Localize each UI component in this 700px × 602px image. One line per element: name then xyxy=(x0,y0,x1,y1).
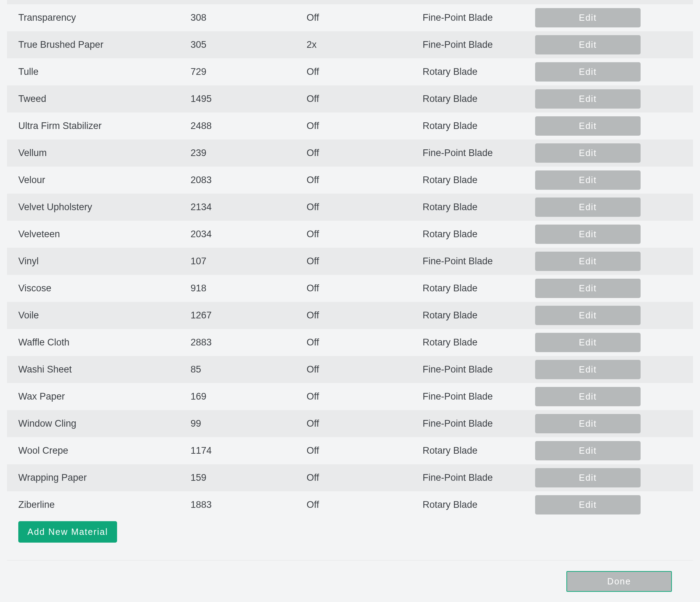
edit-button[interactable]: Edit xyxy=(535,198,641,217)
material-name: Ziberline xyxy=(18,499,191,510)
material-pressure: 308 xyxy=(191,12,307,23)
material-name: Washi Sheet xyxy=(18,364,191,375)
edit-button[interactable]: Edit xyxy=(535,35,641,54)
materials-table: Transparency308OffFine-Point BladeEditTr… xyxy=(7,4,693,518)
edit-button[interactable]: Edit xyxy=(535,143,641,163)
table-row: Washi Sheet85OffFine-Point BladeEdit xyxy=(7,356,693,383)
material-multicut: Off xyxy=(307,12,423,23)
material-name: Tweed xyxy=(18,93,191,104)
edit-button[interactable]: Edit xyxy=(535,387,641,406)
material-pressure: 2034 xyxy=(191,229,307,240)
material-blade: Rotary Blade xyxy=(423,499,535,510)
material-blade: Rotary Blade xyxy=(423,175,535,186)
table-row: Transparency308OffFine-Point BladeEdit xyxy=(7,4,693,31)
partial-row-cutoff xyxy=(7,0,693,4)
material-blade: Fine-Point Blade xyxy=(423,12,535,23)
edit-button[interactable]: Edit xyxy=(535,333,641,352)
edit-button[interactable]: Edit xyxy=(535,116,641,136)
material-blade: Fine-Point Blade xyxy=(423,39,535,50)
edit-button[interactable]: Edit xyxy=(535,225,641,244)
material-multicut: Off xyxy=(307,93,423,104)
material-pressure: 305 xyxy=(191,39,307,50)
edit-button[interactable]: Edit xyxy=(535,495,641,514)
material-pressure: 239 xyxy=(191,148,307,158)
material-multicut: Off xyxy=(307,364,423,375)
edit-button[interactable]: Edit xyxy=(535,414,641,433)
material-blade: Fine-Point Blade xyxy=(423,364,535,375)
edit-button[interactable]: Edit xyxy=(535,252,641,271)
material-blade: Rotary Blade xyxy=(423,66,535,77)
table-row: Velveteen2034OffRotary BladeEdit xyxy=(7,221,693,248)
material-multicut: Off xyxy=(307,337,423,348)
material-multicut: Off xyxy=(307,310,423,321)
material-pressure: 169 xyxy=(191,391,307,402)
material-blade: Fine-Point Blade xyxy=(423,256,535,267)
material-blade: Rotary Blade xyxy=(423,121,535,131)
material-multicut: Off xyxy=(307,445,423,456)
material-multicut: Off xyxy=(307,229,423,240)
material-pressure: 729 xyxy=(191,66,307,77)
material-name: Wool Crepe xyxy=(18,445,191,456)
material-name: Viscose xyxy=(18,283,191,294)
material-pressure: 107 xyxy=(191,256,307,267)
material-pressure: 159 xyxy=(191,472,307,483)
material-name: Velour xyxy=(18,175,191,186)
table-row: Waffle Cloth2883OffRotary BladeEdit xyxy=(7,329,693,356)
material-multicut: Off xyxy=(307,418,423,429)
material-pressure: 1883 xyxy=(191,499,307,510)
material-name: True Brushed Paper xyxy=(18,39,191,50)
material-pressure: 2488 xyxy=(191,121,307,131)
edit-button[interactable]: Edit xyxy=(535,468,641,487)
material-pressure: 2083 xyxy=(191,175,307,186)
table-row: Tweed1495OffRotary BladeEdit xyxy=(7,85,693,112)
material-blade: Rotary Blade xyxy=(423,202,535,213)
material-multicut: Off xyxy=(307,148,423,158)
material-blade: Fine-Point Blade xyxy=(423,391,535,402)
table-row: Voile1267OffRotary BladeEdit xyxy=(7,302,693,329)
table-row: Wool Crepe1174OffRotary BladeEdit xyxy=(7,437,693,464)
material-multicut: Off xyxy=(307,391,423,402)
edit-button[interactable]: Edit xyxy=(535,89,641,109)
material-multicut: Off xyxy=(307,472,423,483)
table-row: Wrapping Paper159OffFine-Point BladeEdit xyxy=(7,464,693,491)
table-row: Velour2083OffRotary BladeEdit xyxy=(7,167,693,194)
footer: Done xyxy=(7,571,693,592)
edit-button[interactable]: Edit xyxy=(535,279,641,298)
edit-button[interactable]: Edit xyxy=(535,8,641,27)
material-pressure: 1495 xyxy=(191,93,307,104)
done-button[interactable]: Done xyxy=(566,571,672,592)
material-multicut: Off xyxy=(307,66,423,77)
material-multicut: Off xyxy=(307,499,423,510)
material-blade: Rotary Blade xyxy=(423,229,535,240)
table-row: True Brushed Paper3052xFine-Point BladeE… xyxy=(7,31,693,58)
material-name: Tulle xyxy=(18,66,191,77)
material-pressure: 2883 xyxy=(191,337,307,348)
material-blade: Rotary Blade xyxy=(423,310,535,321)
material-pressure: 1174 xyxy=(191,445,307,456)
material-name: Ultra Firm Stabilizer xyxy=(18,121,191,131)
material-pressure: 1267 xyxy=(191,310,307,321)
material-blade: Rotary Blade xyxy=(423,445,535,456)
edit-button[interactable]: Edit xyxy=(535,62,641,82)
material-name: Window Cling xyxy=(18,418,191,429)
edit-button[interactable]: Edit xyxy=(535,170,641,190)
edit-button[interactable]: Edit xyxy=(535,360,641,379)
material-blade: Rotary Blade xyxy=(423,283,535,294)
table-row: Ultra Firm Stabilizer2488OffRotary Blade… xyxy=(7,112,693,140)
material-multicut: 2x xyxy=(307,39,423,50)
material-multicut: Off xyxy=(307,175,423,186)
table-row: Vinyl107OffFine-Point BladeEdit xyxy=(7,248,693,275)
table-row: Window Cling99OffFine-Point BladeEdit xyxy=(7,410,693,437)
material-multicut: Off xyxy=(307,256,423,267)
add-new-material-button[interactable]: Add New Material xyxy=(18,521,117,543)
edit-button[interactable]: Edit xyxy=(535,441,641,460)
material-name: Transparency xyxy=(18,12,191,23)
material-blade: Rotary Blade xyxy=(423,93,535,104)
material-blade: Fine-Point Blade xyxy=(423,148,535,158)
material-pressure: 918 xyxy=(191,283,307,294)
material-name: Waffle Cloth xyxy=(18,337,191,348)
material-blade: Rotary Blade xyxy=(423,337,535,348)
edit-button[interactable]: Edit xyxy=(535,306,641,325)
material-multicut: Off xyxy=(307,283,423,294)
material-name: Vellum xyxy=(18,148,191,158)
